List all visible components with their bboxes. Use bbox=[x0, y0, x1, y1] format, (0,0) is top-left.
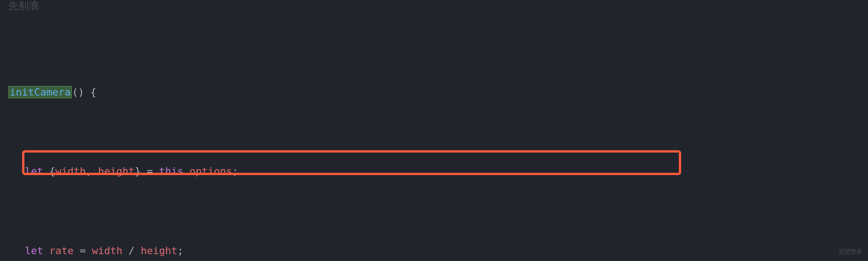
code-line-1[interactable]: initCamera() { bbox=[8, 83, 868, 103]
method-name-highlight: initCamera bbox=[8, 86, 72, 98]
code-editor[interactable]: 先别浪 initCamera() { let {width, height} =… bbox=[0, 4, 868, 261]
code-line-2[interactable]: let {width, height} = this.options; bbox=[8, 162, 868, 182]
code-line-3[interactable]: let rate = width / height; bbox=[8, 241, 868, 261]
faded-prev-line: 先别浪 bbox=[8, 0, 39, 16]
watermark: 完璧世界 bbox=[839, 246, 862, 257]
